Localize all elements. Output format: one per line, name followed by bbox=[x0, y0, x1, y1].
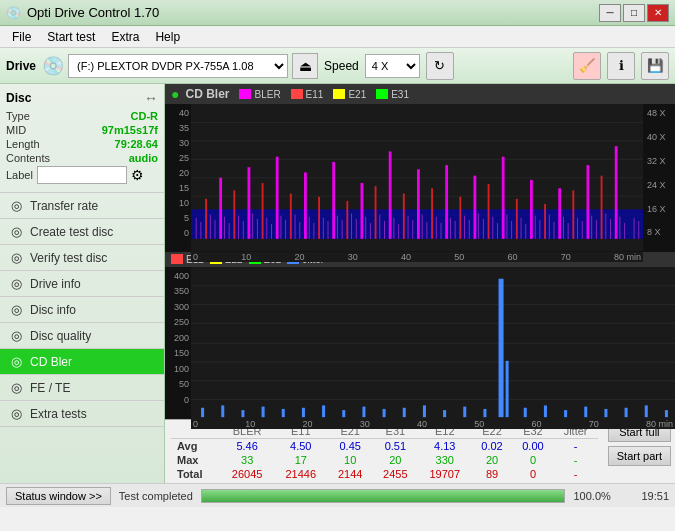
disc-title: Disc bbox=[6, 91, 31, 105]
avg-e31: 0.51 bbox=[373, 439, 418, 454]
svg-rect-101 bbox=[634, 218, 635, 239]
minimize-button[interactable]: ─ bbox=[599, 4, 621, 22]
data-table-container: BLER E11 E21 E31 E12 E22 E32 Jitter bbox=[165, 420, 675, 483]
svg-rect-14 bbox=[361, 183, 364, 239]
menu-extra[interactable]: Extra bbox=[103, 28, 147, 46]
maximize-button[interactable]: □ bbox=[623, 4, 645, 22]
create-test-disc-icon: ◎ bbox=[8, 224, 24, 239]
contents-value: audio bbox=[129, 152, 158, 164]
sidebar-item-disc-info[interactable]: ◎ Disc info bbox=[0, 297, 164, 323]
action-buttons: Start full Start part bbox=[604, 420, 675, 483]
legend-bler: BLER bbox=[239, 89, 280, 100]
sidebar-item-create-test-disc[interactable]: ◎ Create test disc bbox=[0, 219, 164, 245]
refresh-button[interactable]: ↻ bbox=[426, 52, 454, 80]
save-button[interactable]: 💾 bbox=[641, 52, 669, 80]
table-row-total: Total 26045 21446 2144 2455 19707 89 0 - bbox=[171, 467, 598, 481]
menu-help[interactable]: Help bbox=[147, 28, 188, 46]
svg-rect-85 bbox=[521, 218, 522, 239]
transfer-rate-icon: ◎ bbox=[8, 198, 24, 213]
table-row-avg: Avg 5.46 4.50 0.45 0.51 4.13 0.02 0.00 - bbox=[171, 439, 598, 454]
sidebar: Disc ↔ Type CD-R MID 97m15s17f Length 79… bbox=[0, 84, 165, 483]
max-e22: 20 bbox=[472, 453, 513, 467]
extra-tests-icon: ◎ bbox=[8, 406, 24, 421]
svg-rect-13 bbox=[332, 162, 335, 239]
start-part-button[interactable]: Start part bbox=[608, 446, 671, 466]
svg-rect-112 bbox=[221, 405, 224, 417]
svg-rect-22 bbox=[587, 165, 590, 239]
svg-rect-49 bbox=[266, 218, 267, 239]
svg-rect-35 bbox=[516, 199, 518, 239]
top-chart-dot: ● bbox=[171, 86, 179, 102]
bottom-chart-area: 400350300250200150100500 bbox=[165, 267, 675, 420]
max-e32: 0 bbox=[513, 453, 554, 467]
svg-rect-55 bbox=[309, 217, 310, 239]
svg-rect-92 bbox=[568, 223, 569, 239]
svg-rect-19 bbox=[502, 157, 505, 239]
legend-e11-label: E11 bbox=[306, 89, 324, 100]
drive-info-label: Drive info bbox=[30, 277, 81, 291]
fe-te-icon: ◎ bbox=[8, 380, 24, 395]
drive-select[interactable]: (F:) PLEXTOR DVDR PX-755A 1.08 bbox=[68, 54, 288, 78]
titlebar: 💿 Opti Drive Control 1.70 ─ □ ✕ bbox=[0, 0, 675, 26]
svg-rect-26 bbox=[262, 183, 264, 239]
svg-rect-15 bbox=[389, 151, 392, 238]
label-input[interactable] bbox=[37, 166, 127, 184]
type-label: Type bbox=[6, 110, 30, 122]
top-chart-section: ● CD Bler BLER E11 E21 bbox=[165, 84, 675, 252]
svg-rect-78 bbox=[469, 220, 470, 239]
svg-rect-114 bbox=[262, 406, 265, 417]
top-chart-inner: 01020304050607080 min bbox=[191, 104, 643, 252]
total-bler: 26045 bbox=[220, 467, 274, 481]
erase-button[interactable]: 🧹 bbox=[573, 52, 601, 80]
status-window-button[interactable]: Status window >> bbox=[6, 487, 111, 505]
total-jitter: - bbox=[553, 467, 597, 481]
svg-rect-59 bbox=[337, 216, 338, 239]
status-completed-text: Test completed bbox=[119, 490, 193, 502]
svg-rect-66 bbox=[384, 221, 385, 239]
avg-e12: 4.13 bbox=[418, 439, 472, 454]
settings-icon[interactable]: ⚙ bbox=[131, 167, 144, 183]
svg-rect-38 bbox=[601, 176, 603, 239]
disc-expand-icon[interactable]: ↔ bbox=[144, 90, 158, 106]
svg-rect-115 bbox=[282, 408, 285, 416]
menu-start-test[interactable]: Start test bbox=[39, 28, 103, 46]
menubar: File Start test Extra Help bbox=[0, 26, 675, 48]
info-button[interactable]: ℹ bbox=[607, 52, 635, 80]
avg-e22: 0.02 bbox=[472, 439, 513, 454]
max-e12: 330 bbox=[418, 453, 472, 467]
sidebar-item-fe-te[interactable]: ◎ FE / TE bbox=[0, 375, 164, 401]
eject-button[interactable]: ⏏ bbox=[292, 53, 318, 79]
svg-rect-39 bbox=[196, 218, 197, 239]
speed-label: Speed bbox=[324, 59, 359, 73]
contents-label: Contents bbox=[6, 152, 50, 164]
svg-rect-98 bbox=[610, 219, 611, 239]
svg-rect-128 bbox=[524, 407, 527, 416]
svg-rect-64 bbox=[370, 223, 371, 239]
sidebar-item-cd-bler[interactable]: ◎ CD Bler bbox=[0, 349, 164, 375]
svg-rect-54 bbox=[299, 222, 300, 239]
fe-te-label: FE / TE bbox=[30, 381, 70, 395]
top-right-axis: 48 X40 X32 X24 X16 X8 X bbox=[643, 104, 675, 252]
svg-rect-88 bbox=[539, 220, 540, 239]
sidebar-item-drive-info[interactable]: ◎ Drive info bbox=[0, 271, 164, 297]
svg-rect-117 bbox=[322, 405, 325, 417]
svg-rect-11 bbox=[276, 157, 279, 239]
speed-select[interactable]: 4 X 1 X 2 X 8 X Max bbox=[365, 54, 420, 78]
sidebar-item-extra-tests[interactable]: ◎ Extra tests bbox=[0, 401, 164, 427]
max-jitter: - bbox=[553, 453, 597, 467]
sidebar-item-verify-test-disc[interactable]: ◎ Verify test disc bbox=[0, 245, 164, 271]
close-button[interactable]: ✕ bbox=[647, 4, 669, 22]
max-label: Max bbox=[171, 453, 220, 467]
bottom-y-axis: 400350300250200150100500 bbox=[165, 267, 191, 420]
cd-bler-icon: ◎ bbox=[8, 354, 24, 369]
sidebar-item-disc-quality[interactable]: ◎ Disc quality bbox=[0, 323, 164, 349]
menu-file[interactable]: File bbox=[4, 28, 39, 46]
svg-rect-126 bbox=[499, 278, 504, 416]
disc-info-label: Disc info bbox=[30, 303, 76, 317]
sidebar-item-transfer-rate[interactable]: ◎ Transfer rate bbox=[0, 193, 164, 219]
cd-bler-label: CD Bler bbox=[30, 355, 72, 369]
svg-rect-95 bbox=[591, 216, 592, 239]
svg-rect-30 bbox=[375, 186, 377, 239]
toolbar: Drive 💿 (F:) PLEXTOR DVDR PX-755A 1.08 ⏏… bbox=[0, 48, 675, 84]
svg-rect-46 bbox=[243, 221, 244, 239]
